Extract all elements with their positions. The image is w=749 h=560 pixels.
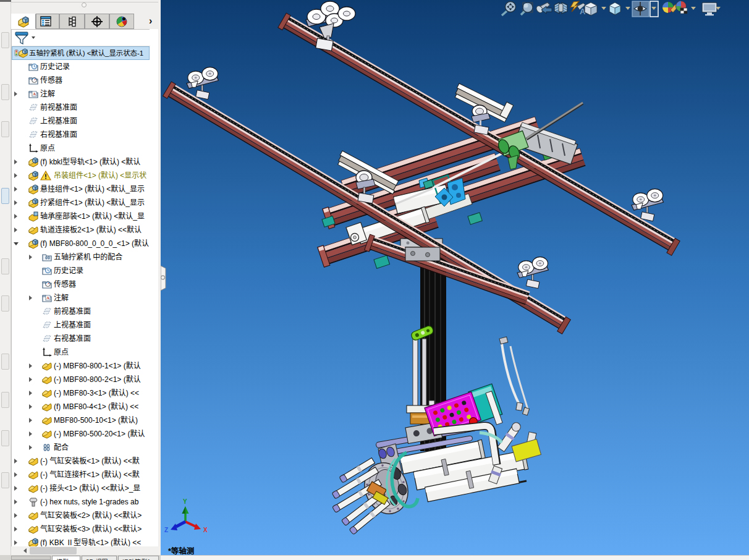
svg-text:Z: Z (164, 527, 168, 533)
svg-text:Y: Y (183, 498, 187, 505)
svg-text:X: X (203, 527, 208, 533)
svg-text:*等轴测: *等轴测 (168, 546, 194, 555)
